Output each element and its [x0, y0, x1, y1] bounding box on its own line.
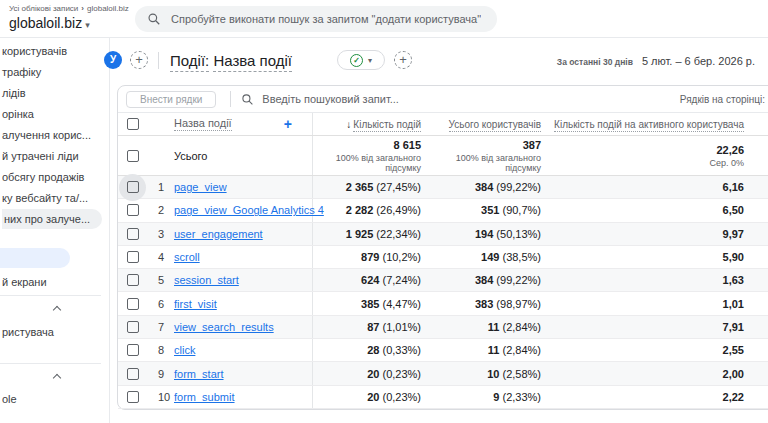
per-user-cell: 6,50 [541, 204, 744, 216]
sidebar-nav-item[interactable] [0, 295, 101, 296]
sidebar-nav-item[interactable]: ристувача [0, 322, 109, 343]
edit-rows-button[interactable]: Внести рядки [126, 91, 216, 108]
sidebar-nav-item[interactable]: орінка [0, 104, 109, 125]
chevron-down-icon: ▾ [368, 56, 372, 65]
total-users-cell: 351 (90,7%) [421, 204, 541, 216]
column-header-total-users[interactable]: Усього користувачів [421, 119, 541, 130]
per-user-cell: 1,63 [541, 274, 744, 286]
sidebar-nav-item[interactable]: алучення корис... [0, 125, 109, 146]
total-users-cell: 383 (98,97%) [421, 298, 541, 310]
totals-users-cell: 387 100% від загального підсумку [421, 139, 541, 173]
totals-count-cell: 8 615 100% від загального підсумку [313, 139, 421, 173]
event-name-link[interactable]: page_view_Google Analytics 4 [174, 204, 324, 216]
sidebar-nav-item[interactable] [0, 248, 70, 268]
total-users-cell: 384 (99,22%) [421, 274, 541, 286]
event-name-link[interactable]: scroll [174, 251, 200, 263]
row-checkbox-cell [118, 344, 158, 356]
row-index: 3 [158, 228, 174, 240]
dimension-valid-dropdown[interactable]: ✓ ▾ [337, 50, 385, 70]
event-name-link[interactable]: user_engagement [174, 228, 263, 240]
analytics-app: Усі облікові записи›globaloil.biz global… [0, 0, 768, 423]
account-switcher[interactable]: globaloil.biz▾ [9, 15, 90, 31]
global-search-bar[interactable]: Спробуйте виконати пошук за запитом "дод… [135, 6, 497, 32]
event-name-link[interactable]: form_submit [174, 391, 235, 403]
report-dimension-selector[interactable]: Назва події [213, 52, 292, 72]
global-search-placeholder: Спробуйте виконати пошук за запитом "дод… [171, 13, 481, 25]
sidebar-nav-item[interactable] [0, 363, 101, 364]
add-metric-button[interactable]: + [394, 51, 412, 69]
event-name-link[interactable]: form_start [174, 368, 224, 380]
table-row: 7 view_search_results 87 (1,01%) 11 (2,8… [118, 316, 768, 339]
column-header-name[interactable]: Назва події + [174, 113, 313, 135]
sidebar-nav-item[interactable] [0, 366, 109, 387]
totals-checkbox-cell [118, 150, 158, 162]
per-user-cell: 2,00 [541, 368, 744, 380]
table-row: 10 form_submit 20 (0,23%) 9 (2,33%) 2,22 [118, 386, 768, 409]
sidebar-nav-item[interactable]: й екрани [0, 272, 109, 293]
chevron-up-icon[interactable] [53, 374, 61, 382]
segment-chip-all-users[interactable]: У [104, 51, 122, 69]
chevron-down-icon: ▾ [85, 20, 90, 30]
breadcrumb[interactable]: Усі облікові записи›globaloil.biz [9, 4, 129, 13]
add-dimension-icon[interactable]: + [284, 116, 292, 132]
table-header-row: Назва події + ↓Кількість подій Усього ко… [118, 113, 768, 136]
row-checkbox[interactable] [127, 251, 139, 263]
sidebar-nav-item[interactable]: ole [0, 389, 109, 410]
event-name-link[interactable]: click [174, 344, 195, 356]
breadcrumb-current[interactable]: globaloil.biz [87, 4, 129, 13]
event-name-link[interactable]: page_view [174, 181, 227, 193]
sidebar-nav-item[interactable]: ку вебсайту та/... [0, 188, 109, 209]
report-title-prefix[interactable]: Події: [170, 52, 209, 72]
table-row: 6 first_visit 385 (4,47%) 383 (98,97%) 1… [118, 292, 768, 315]
row-checkbox[interactable] [127, 368, 139, 380]
column-header-count[interactable]: ↓Кількість подій [313, 119, 421, 130]
event-name-link[interactable]: session_start [174, 274, 239, 286]
date-range-value[interactable]: 5 лют. – 6 бер. 2026 р. [642, 55, 755, 67]
add-comparison-button[interactable]: + [130, 51, 148, 69]
row-checkbox[interactable] [127, 344, 139, 356]
sidebar-nav-item[interactable] [0, 298, 109, 319]
total-users-cell: 384 (99,22%) [421, 181, 541, 193]
sidebar-nav-item[interactable]: трафіку [0, 62, 109, 83]
chevron-up-icon[interactable] [53, 306, 61, 314]
sidebar-nav-item[interactable]: й утрачені ліди [0, 146, 109, 167]
event-count-cell: 28 (0,33%) [313, 344, 421, 356]
select-all-checkbox[interactable] [127, 118, 139, 130]
table-search[interactable]: Введіть пошуковий запит... [241, 93, 399, 106]
row-checkbox[interactable] [127, 181, 139, 193]
account-title[interactable]: globaloil.biz [9, 15, 82, 31]
report-nav-sidebar: користувачів трафіку лідів орінка алучен… [0, 38, 110, 423]
sidebar-nav-item[interactable]: користувачів [0, 41, 109, 62]
breadcrumb-root[interactable]: Усі облікові записи [9, 4, 78, 13]
sidebar-nav-item[interactable]: лідів [0, 83, 109, 104]
row-checkbox[interactable] [127, 298, 139, 310]
date-range-picker[interactable]: За останні 30 днів 5 лют. – 6 бер. 2026 … [557, 55, 755, 67]
row-checkbox[interactable] [127, 391, 139, 403]
row-checkbox[interactable] [127, 228, 139, 240]
row-checkbox-cell [118, 298, 158, 310]
table-body: 1 page_view 2 365 (27,45%) 384 (99,22%) … [118, 176, 768, 409]
per-user-cell: 2,55 [541, 344, 744, 356]
totals-checkbox[interactable] [127, 150, 139, 162]
total-users-cell: 9 (2,33%) [421, 391, 541, 403]
column-header-count-per-user[interactable]: Кількість подій на активного користувача [541, 119, 744, 130]
table-totals-row: Усього 8 615 100% від загального підсумк… [118, 136, 768, 176]
row-index: 10 [158, 391, 174, 403]
row-checkbox-cell [118, 251, 158, 263]
row-checkbox[interactable] [127, 204, 139, 216]
report-title[interactable]: Події: Назва події [170, 52, 292, 69]
row-checkbox[interactable] [127, 274, 139, 286]
row-index: 8 [158, 344, 174, 356]
event-count-cell: 20 (0,23%) [313, 391, 421, 403]
row-index: 1 [158, 181, 174, 193]
rows-per-page-label[interactable]: Рядків на сторінці: [680, 94, 765, 105]
sidebar-nav-item[interactable]: обсягу продажів [0, 167, 109, 188]
row-index: 4 [158, 251, 174, 263]
table-row: 8 click 28 (0,33%) 11 (2,84%) 2,55 [118, 339, 768, 362]
row-checkbox[interactable] [127, 321, 139, 333]
row-checkbox-cell [118, 274, 158, 286]
event-name-link[interactable]: view_search_results [174, 321, 274, 333]
sidebar-nav-item[interactable]: них про залуче... [0, 209, 109, 230]
event-name-link[interactable]: first_visit [174, 298, 217, 310]
per-user-cell: 9,97 [541, 228, 744, 240]
